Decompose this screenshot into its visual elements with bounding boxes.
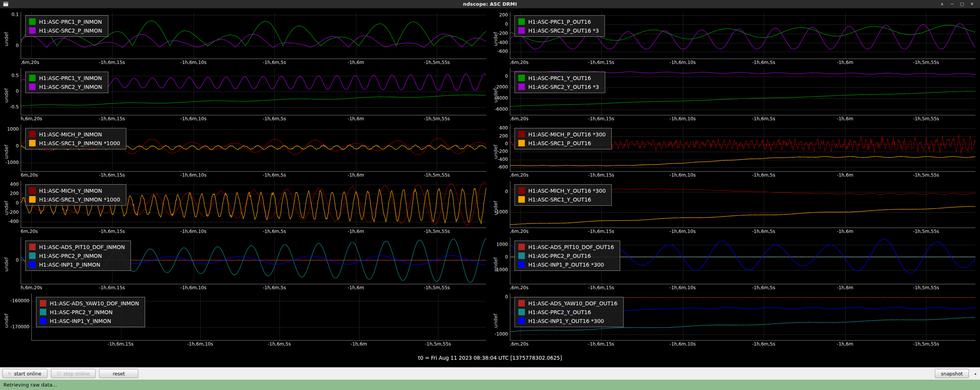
plot-row5-left[interactable]: undef0H1:ASC-ADS_PIT10_DOF_INMONH1:ASC-P… <box>3 236 488 292</box>
legend-swatch <box>518 252 525 259</box>
x-tick-label: -1h,5m,55s <box>913 116 939 121</box>
legend-entry: H1:ASC-SRC2_Y_OUT16 *3 <box>518 84 599 90</box>
y-tick-label: 0 <box>505 294 508 300</box>
legend-series-label: H1:ASC-ADS_YAW10_DOF_INMON <box>50 300 139 306</box>
y-tick-label: -1000 <box>495 331 508 337</box>
legend-series-label: H1:ASC-PRC1_Y_INMON <box>39 75 102 81</box>
x-tick-label: ,6m,20s <box>510 60 528 65</box>
y-tick-label: -200 <box>498 149 508 154</box>
plot-view[interactable]: H1:ASC-MICH_P_INMONH1:ASC-SRC1_P_INMON *… <box>21 125 486 172</box>
y-tick-label: -6000 <box>495 107 508 112</box>
reset-button[interactable]: reset <box>99 369 138 378</box>
minimize-icon[interactable]: − <box>947 0 957 8</box>
x-tick-label: -1h,6m <box>348 229 364 234</box>
legend-swatch <box>29 252 36 259</box>
legend-series-label: H1:ASC-ADS_PIT10_DOF_INMON <box>39 244 125 250</box>
y-axis: undef4002000-200-400 <box>3 180 21 236</box>
x-tick-label: -1h,6m,10s <box>187 341 213 347</box>
plot-row4-right[interactable]: undef0-1000H1:ASC-MICH_Y_OUT16 *300H1:AS… <box>492 180 977 236</box>
x-tick-label: -1h,6m,10s <box>180 285 206 290</box>
plot-row4-left[interactable]: undef4002000-200-400H1:ASC-MICH_Y_INMONH… <box>3 180 488 236</box>
plot-view[interactable]: H1:ASC-PRC1_P_OUT16H1:ASC-SRC2_P_OUT16 *… <box>510 12 975 59</box>
status-bar: Retrieving raw data... <box>0 380 980 390</box>
legend-entry: H1:ASC-PRC1_P_INMON <box>29 18 102 25</box>
plot-view[interactable]: H1:ASC-ADS_PIT10_DOF_INMONH1:ASC-PRC2_P_… <box>21 237 486 284</box>
legend-entry: H1:ASC-MICH_P_OUT16 *300 <box>518 131 606 138</box>
plot-row1-right[interactable]: undef2000-200-400-600H1:ASC-PRC1_P_OUT16… <box>492 11 977 67</box>
legend-entry: H1:ASC-SRC1_Y_INMON *1000 <box>29 196 120 203</box>
y-tick-label: 400 <box>499 125 508 131</box>
x-axis: ,6m,20s-1h,6m,15s-1h,6m,10s-1h,6m,5s-1h,… <box>510 285 975 292</box>
plot-row3-left[interactable]: undef10000-1000H1:ASC-MICH_P_INMONH1:ASC… <box>3 123 488 180</box>
y-tick-label: -200 <box>8 210 19 215</box>
x-tick-label: -1h,6m,15s <box>588 285 614 290</box>
plot-view[interactable]: H1:ASC-MICH_P_OUT16 *300H1:ASC-SRC1_P_OU… <box>510 125 975 172</box>
x-tick-label: -1h,5m,55s <box>913 341 939 347</box>
plot-grid: undef0.10H1:ASC-PRC1_P_INMONH1:ASC-SRC2_… <box>3 11 977 349</box>
legend: H1:ASC-PRC1_P_INMONH1:ASC-SRC2_P_INMON <box>25 15 108 37</box>
plot-wrap: H1:ASC-MICH_Y_OUT16 *300H1:ASC-SRC1_Y_OU… <box>510 180 977 236</box>
plot-view[interactable]: H1:ASC-MICH_Y_INMONH1:ASC-SRC1_Y_INMON *… <box>21 181 486 228</box>
legend-series-label: H1:ASC-SRC2_P_OUT16 *3 <box>528 28 599 34</box>
x-tick-label: -1h,6m,5s <box>752 285 775 290</box>
legend-entry: H1:ASC-SRC1_P_INMON *1000 <box>29 140 120 146</box>
plot-wrap: H1:ASC-ADS_PIT10_DOF_OUT16H1:ASC-PRC2_P_… <box>510 236 977 292</box>
y-tick-label: -2000 <box>495 84 508 90</box>
plot-view[interactable]: H1:ASC-ADS_PIT10_DOF_OUT16H1:ASC-PRC2_P_… <box>510 237 975 284</box>
plot-view[interactable]: H1:ASC-ADS_YAW10_DOF_INMONH1:ASC-PRC2_Y_… <box>31 293 486 341</box>
plot-row6-left[interactable]: undef-160000-170000H1:ASC-ADS_YAW10_DOF_… <box>3 292 488 349</box>
plot-row2-left[interactable]: undef0.50-0.5H1:ASC-PRC1_Y_INMONH1:ASC-S… <box>3 67 488 123</box>
legend-entry: H1:ASC-ADS_PIT10_DOF_INMON <box>29 244 125 250</box>
legend-series-label: H1:ASC-PRC2_Y_INMON <box>50 309 113 315</box>
toolbar-expand-icon[interactable]: ▴ <box>972 369 978 379</box>
x-tick-label: -1h,5m,55s <box>913 172 939 178</box>
snapshot-button[interactable]: snapshot <box>935 369 969 378</box>
plot-row6-right[interactable]: undef0-1000H1:ASC-ADS_YAW10_DOF_OUT16H1:… <box>492 292 977 349</box>
maximize-icon[interactable]: □ <box>957 0 967 8</box>
plot-wrap: H1:ASC-PRC1_P_INMONH1:ASC-SRC2_P_INMON,6… <box>21 11 488 67</box>
x-tick-label: 6m,20s <box>21 172 38 178</box>
x-tick-label: -1h,6m,10s <box>670 229 696 234</box>
legend-entry: H1:ASC-PRC1_Y_OUT16 <box>518 75 599 81</box>
y-tick-label: -200 <box>498 31 508 36</box>
x-axis: 6m,20s-1h,6m,15s-1h,6m,10s-1h,6m,5s-1h,6… <box>21 172 486 179</box>
x-tick-label: -1h,6m,10s <box>180 60 206 65</box>
stop-online-button[interactable]: □ stop online <box>51 369 96 378</box>
x-tick-label: -1h,6m <box>348 285 364 290</box>
y-tick-label: -400 <box>498 157 508 162</box>
plot-view[interactable]: H1:ASC-ADS_YAW10_DOF_OUT16H1:ASC-PRC2_Y_… <box>510 293 975 341</box>
legend-swatch <box>40 318 46 324</box>
snapshot-label: snapshot <box>941 371 963 377</box>
y-axis: undef2000-200-400-600 <box>492 11 510 67</box>
legend: H1:ASC-ADS_PIT10_DOF_OUT16H1:ASC-PRC2_P_… <box>514 241 620 271</box>
y-axis: undef0-2000-4000-6000 <box>492 67 510 123</box>
plot-row2-right[interactable]: undef0-2000-4000-6000H1:ASC-PRC1_Y_OUT16… <box>492 67 977 123</box>
legend-swatch <box>29 27 36 34</box>
plot-view[interactable]: H1:ASC-PRC1_Y_INMONH1:ASC-SRC2_Y_INMON <box>21 68 486 115</box>
start-online-label: start online <box>14 371 41 377</box>
y-axis: undef-160000-170000 <box>3 292 31 349</box>
legend-series-label: H1:ASC-MICH_Y_OUT16 *300 <box>528 188 606 194</box>
x-tick-label: -1h,6m,5s <box>752 341 775 347</box>
y-tick-label: 0 <box>16 200 19 206</box>
x-tick-label: -1h,5m,55s <box>913 229 939 234</box>
legend-swatch <box>518 27 525 34</box>
plot-row1-left[interactable]: undef0.10H1:ASC-PRC1_P_INMONH1:ASC-SRC2_… <box>3 11 488 67</box>
plot-view[interactable]: H1:ASC-PRC1_P_INMONH1:ASC-SRC2_P_INMON <box>21 12 486 59</box>
title-bar[interactable]: ndscope: ASC DRMI ∧−□✕ <box>0 0 980 8</box>
y-tick-label: 200 <box>499 12 508 18</box>
trace-H1:ASC-PRC1_Y_INMON <box>21 95 486 106</box>
x-tick-label: -1h,6m <box>348 60 364 65</box>
x-tick-label: -1h,6m,5s <box>752 172 775 178</box>
plot-row3-right[interactable]: undef4002000-200-400-600H1:ASC-MICH_P_OU… <box>492 123 977 180</box>
x-tick-label: 6m,20s <box>21 229 38 234</box>
plot-view[interactable]: H1:ASC-PRC1_Y_OUT16H1:ASC-SRC2_Y_OUT16 *… <box>510 68 975 115</box>
start-online-button[interactable]: ▷ start online <box>2 369 47 378</box>
plot-row5-right[interactable]: undef10000-1000H1:ASC-ADS_PIT10_DOF_OUT1… <box>492 236 977 292</box>
x-axis: ,6m,20s-1h,6m,15s-1h,6m,10s-1h,6m,5s-1h,… <box>21 59 486 66</box>
close-icon[interactable]: ✕ <box>967 0 977 8</box>
legend-series-label: H1:ASC-ADS_PIT10_DOF_OUT16 <box>528 244 614 250</box>
shade-icon[interactable]: ∧ <box>937 0 947 8</box>
plot-view[interactable]: H1:ASC-MICH_Y_OUT16 *300H1:ASC-SRC1_Y_OU… <box>510 181 975 228</box>
y-tick-label: 0 <box>16 257 19 263</box>
